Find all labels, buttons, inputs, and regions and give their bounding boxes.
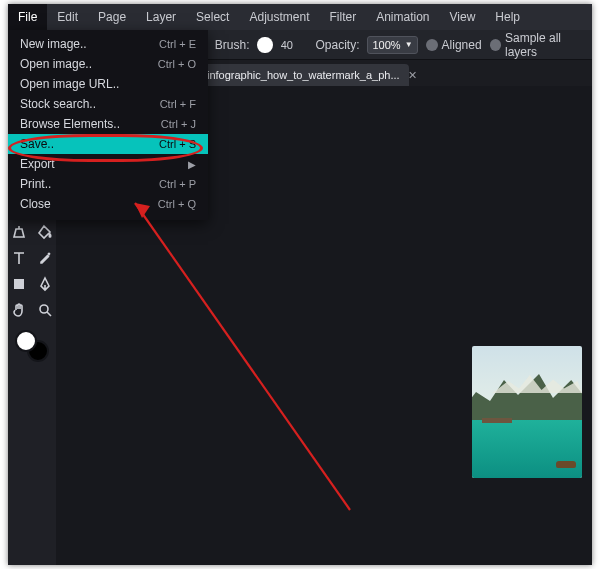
close-icon[interactable]: ✕: [408, 69, 417, 82]
menu-stock-search[interactable]: Stock search.. Ctrl + F: [8, 94, 208, 114]
sample-all-label: Sample all layers: [505, 31, 592, 59]
menu-edit[interactable]: Edit: [47, 4, 88, 30]
document-tab[interactable]: infographic_how_to_watermark_a_ph... ✕: [199, 64, 409, 86]
pen-icon[interactable]: [35, 274, 55, 294]
chevron-right-icon: ▶: [188, 159, 196, 170]
chevron-down-icon: ▼: [405, 40, 413, 49]
menu-close[interactable]: Close Ctrl + Q: [8, 194, 208, 214]
opacity-dropdown[interactable]: 100% ▼: [367, 36, 417, 54]
svg-point-4: [40, 305, 48, 313]
file-menu-dropdown: New image.. Ctrl + E Open image.. Ctrl +…: [8, 30, 208, 220]
tab-label: infographic_how_to_watermark_a_ph...: [207, 69, 400, 81]
hand-icon[interactable]: [9, 300, 29, 320]
opacity-label: Opacity:: [315, 38, 359, 52]
color-picker-icon[interactable]: [35, 248, 55, 268]
menu-layer[interactable]: Layer: [136, 4, 186, 30]
fill-icon[interactable]: [35, 222, 55, 242]
radio-icon: [426, 39, 438, 51]
brush-size-value[interactable]: 40: [281, 39, 308, 51]
color-swatch[interactable]: [15, 330, 49, 360]
menu-open-image[interactable]: Open image.. Ctrl + O: [8, 54, 208, 74]
menu-save[interactable]: Save.. Ctrl + S: [8, 134, 208, 154]
opacity-value: 100%: [372, 39, 400, 51]
menu-print[interactable]: Print.. Ctrl + P: [8, 174, 208, 194]
menu-page[interactable]: Page: [88, 4, 136, 30]
menu-view[interactable]: View: [440, 4, 486, 30]
clone-icon[interactable]: [9, 222, 29, 242]
brush-preview-icon[interactable]: [257, 37, 272, 53]
document-image[interactable]: [472, 346, 582, 478]
svg-rect-3: [14, 279, 24, 289]
aligned-label: Aligned: [442, 38, 482, 52]
foreground-color-swatch[interactable]: [15, 330, 37, 352]
menu-browse-elements[interactable]: Browse Elements.. Ctrl + J: [8, 114, 208, 134]
brush-label: Brush:: [215, 38, 250, 52]
menu-select[interactable]: Select: [186, 4, 239, 30]
menu-help[interactable]: Help: [485, 4, 530, 30]
text-icon[interactable]: [9, 248, 29, 268]
menu-animation[interactable]: Animation: [366, 4, 439, 30]
menu-file[interactable]: File: [8, 4, 47, 30]
menubar: File Edit Page Layer Select Adjustment F…: [8, 4, 592, 30]
menu-export[interactable]: Export ▶: [8, 154, 208, 174]
menu-filter[interactable]: Filter: [319, 4, 366, 30]
radio-icon: [490, 39, 501, 51]
sample-all-layers-option[interactable]: Sample all layers: [490, 31, 592, 59]
menu-new-image[interactable]: New image.. Ctrl + E: [8, 34, 208, 54]
menu-open-image-url[interactable]: Open image URL..: [8, 74, 208, 94]
zoom-icon[interactable]: [35, 300, 55, 320]
aligned-option[interactable]: Aligned: [426, 38, 482, 52]
menu-adjustment[interactable]: Adjustment: [239, 4, 319, 30]
shape-icon[interactable]: [9, 274, 29, 294]
